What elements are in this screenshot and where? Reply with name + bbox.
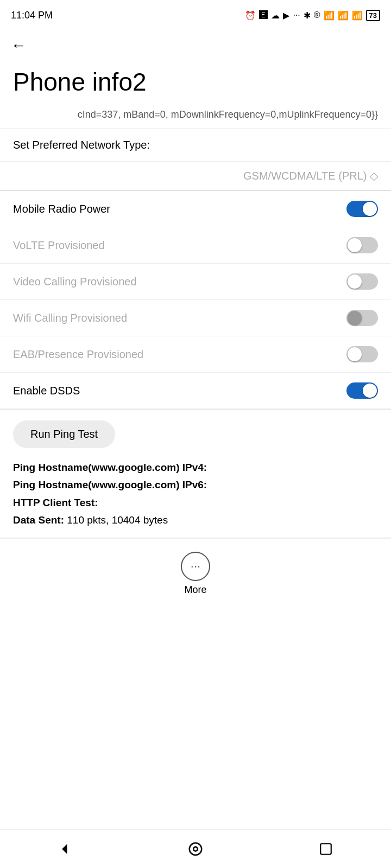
network-type-section: Set Preferred Network Type: GSM/WCDMA/LT… [0,129,391,191]
toggle-knob-4 [348,347,362,361]
toggle-label-5: Enable DSDS [13,385,80,397]
toggle-knob-2 [348,275,362,289]
signal2-icon: 📶 [338,10,349,21]
ping-line-3: Data Sent: 110 pkts, 10404 bytes [13,512,378,529]
network-type-value-row[interactable]: GSM/WCDMA/LTE (PRL) ◇ [0,162,391,190]
ping-line-0: Ping Hostname(www.google.com) IPv4: [13,459,378,476]
battery-icon: 73 [366,10,380,21]
registered-icon: ® [314,10,320,20]
toggle-dsds[interactable] [346,382,378,399]
svg-point-1 [190,843,202,855]
nav-bar [0,829,391,868]
toggle-row-wifi-calling[interactable]: Wifi Calling Provisioned [0,300,391,336]
nav-home-button[interactable] [174,827,217,869]
alarm-icon: ⏰ [245,10,256,21]
scroll-content: cInd=337, mBand=0, mDownlinkFrequency=0,… [0,107,391,129]
more-button[interactable]: ··· [181,552,210,581]
toggle-knob-0 [363,202,377,216]
status-time: 11:04 PM [11,10,53,21]
toggle-row-volte[interactable]: VoLTE Provisioned [0,227,391,264]
ping-line-1: Ping Hostname(www.google.com) IPv6: [13,476,378,494]
youtube-icon: ▶ [283,10,289,21]
toggle-row-video-calling[interactable]: Video Calling Provisioned [0,264,391,300]
bluetooth-icon: ✱ [304,10,311,21]
ping-line-2: HTTP Client Test: [13,494,378,512]
network-type-value[interactable]: GSM/WCDMA/LTE (PRL) ◇ [243,169,378,182]
nav-back-button[interactable] [43,827,87,869]
toggle-knob-3 [348,311,362,325]
toggle-row-dsds[interactable]: Enable DSDS [0,373,391,409]
signal-icon: 📶 [324,10,335,21]
more-container: ··· More [0,538,391,607]
toggle-label-4: EAB/Presence Provisioned [13,348,143,361]
toggle-knob-5 [363,384,377,398]
ping-test-area: Run Ping Test [0,410,391,455]
more-icon: ··· [191,559,200,573]
toggle-knob-1 [348,238,362,252]
toggle-label-1: VoLTE Provisioned [13,239,105,252]
toggle-row-eab[interactable]: EAB/Presence Provisioned [0,336,391,373]
toggle-volte[interactable] [346,237,378,253]
toggle-label-2: Video Calling Provisioned [13,276,137,288]
wifi-icon: 📶 [352,10,363,21]
svg-marker-0 [62,844,67,854]
run-ping-test-button[interactable]: Run Ping Test [13,420,115,448]
toggle-wifi-calling[interactable] [346,310,378,326]
page-title: Phone info2 [0,59,391,107]
toggle-video-calling[interactable] [346,273,378,290]
more-label: More [184,584,206,596]
nav-recent-icon [319,842,333,856]
nav-recent-button[interactable] [304,827,348,869]
nav-back-icon [58,841,73,857]
ping-results: Ping Hostname(www.google.com) IPv4: Ping… [0,455,391,538]
status-bar: 11:04 PM ⏰ 🅴 ☁ ▶ ··· ✱ ® 📶 📶 📶 73 [0,0,391,28]
svg-point-2 [193,847,198,851]
svg-rect-3 [320,844,331,854]
network-type-label: Set Preferred Network Type: [13,139,150,151]
cloud-icon: ☁ [271,10,280,21]
nav-home-icon [187,841,204,857]
status-icons: ⏰ 🅴 ☁ ▶ ··· ✱ ® 📶 📶 📶 73 [245,10,380,21]
notification-icon: 🅴 [259,10,268,20]
toggle-row-mobile-radio[interactable]: Mobile Radio Power [0,191,391,227]
back-button[interactable]: ← [0,28,391,59]
toggle-mobile-radio[interactable] [346,201,378,217]
toggle-label-3: Wifi Calling Provisioned [13,312,127,324]
more-dots-icon: ··· [293,10,300,20]
toggle-eab[interactable] [346,346,378,362]
toggles-section: Mobile Radio Power VoLTE Provisioned Vid… [0,191,391,410]
network-type-label-row: Set Preferred Network Type: [0,129,391,162]
toggle-label-0: Mobile Radio Power [13,203,110,215]
